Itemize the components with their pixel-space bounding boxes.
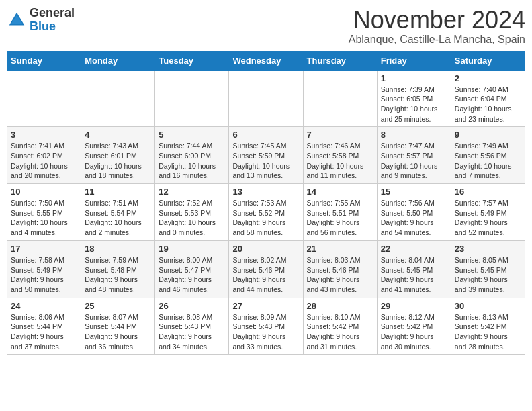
calendar-cell: 16Sunrise: 7:57 AM Sunset: 5:49 PM Dayli… [451, 184, 525, 241]
calendar-table: SundayMondayTuesdayWednesdayThursdayFrid… [7, 51, 525, 355]
calendar-cell: 10Sunrise: 7:50 AM Sunset: 5:55 PM Dayli… [7, 184, 81, 241]
calendar-cell: 5Sunrise: 7:44 AM Sunset: 6:00 PM Daylig… [155, 127, 229, 184]
calendar-cell: 2Sunrise: 7:40 AM Sunset: 6:04 PM Daylig… [451, 70, 525, 127]
calendar-cell: 13Sunrise: 7:53 AM Sunset: 5:52 PM Dayli… [229, 184, 303, 241]
day-info: Sunrise: 7:58 AM Sunset: 5:49 PM Dayligh… [11, 255, 77, 295]
day-info: Sunrise: 7:49 AM Sunset: 5:56 PM Dayligh… [455, 141, 521, 181]
day-number: 11 [85, 187, 151, 197]
day-number: 9 [455, 130, 521, 140]
calendar-cell [229, 70, 303, 127]
calendar-cell [303, 70, 377, 127]
day-info: Sunrise: 8:13 AM Sunset: 5:42 PM Dayligh… [455, 312, 521, 352]
day-info: Sunrise: 7:43 AM Sunset: 6:01 PM Dayligh… [85, 141, 151, 181]
calendar-cell: 4Sunrise: 7:43 AM Sunset: 6:01 PM Daylig… [81, 127, 155, 184]
logo-general: General [30, 6, 75, 19]
weekday-header: Tuesday [155, 51, 229, 70]
calendar-week-row: 17Sunrise: 7:58 AM Sunset: 5:49 PM Dayli… [7, 240, 525, 298]
calendar-cell: 21Sunrise: 8:03 AM Sunset: 5:46 PM Dayli… [303, 240, 377, 298]
calendar-cell: 3Sunrise: 7:41 AM Sunset: 6:02 PM Daylig… [7, 127, 81, 184]
day-number: 6 [232, 130, 299, 140]
logo-icon [7, 10, 27, 30]
month-title: November 2024 [349, 7, 525, 34]
weekday-header: Thursday [303, 51, 377, 70]
day-number: 22 [381, 244, 447, 254]
day-info: Sunrise: 7:41 AM Sunset: 6:02 PM Dayligh… [11, 141, 77, 181]
weekday-header: Sunday [7, 51, 81, 70]
day-info: Sunrise: 7:45 AM Sunset: 5:59 PM Dayligh… [232, 141, 299, 181]
day-info: Sunrise: 8:06 AM Sunset: 5:44 PM Dayligh… [11, 312, 77, 352]
calendar-cell: 29Sunrise: 8:12 AM Sunset: 5:42 PM Dayli… [377, 298, 451, 355]
calendar-cell: 24Sunrise: 8:06 AM Sunset: 5:44 PM Dayli… [7, 298, 81, 355]
calendar-cell: 12Sunrise: 7:52 AM Sunset: 5:53 PM Dayli… [155, 184, 229, 241]
calendar-cell: 22Sunrise: 8:04 AM Sunset: 5:45 PM Dayli… [377, 240, 451, 298]
calendar-cell: 26Sunrise: 8:08 AM Sunset: 5:43 PM Dayli… [155, 298, 229, 355]
day-info: Sunrise: 8:05 AM Sunset: 5:45 PM Dayligh… [455, 255, 521, 295]
day-number: 7 [307, 130, 373, 140]
page-header: General Blue November 2024 Ablanque, Cas… [7, 7, 525, 46]
calendar-cell: 30Sunrise: 8:13 AM Sunset: 5:42 PM Dayli… [451, 298, 525, 355]
weekday-header: Friday [377, 51, 451, 70]
day-number: 20 [232, 244, 299, 254]
day-number: 21 [307, 244, 373, 254]
calendar-week-row: 10Sunrise: 7:50 AM Sunset: 5:55 PM Dayli… [7, 184, 525, 241]
day-info: Sunrise: 8:00 AM Sunset: 5:47 PM Dayligh… [159, 255, 225, 295]
day-number: 2 [455, 73, 521, 83]
calendar-cell: 9Sunrise: 7:49 AM Sunset: 5:56 PM Daylig… [451, 127, 525, 184]
calendar-week-row: 24Sunrise: 8:06 AM Sunset: 5:44 PM Dayli… [7, 298, 525, 355]
day-number: 5 [159, 130, 225, 140]
day-number: 12 [159, 187, 225, 197]
day-info: Sunrise: 8:08 AM Sunset: 5:43 PM Dayligh… [159, 312, 225, 352]
day-info: Sunrise: 7:57 AM Sunset: 5:49 PM Dayligh… [455, 198, 521, 238]
day-number: 10 [11, 187, 77, 197]
day-number: 28 [307, 301, 373, 311]
calendar-cell: 7Sunrise: 7:46 AM Sunset: 5:58 PM Daylig… [303, 127, 377, 184]
day-number: 1 [381, 73, 447, 83]
day-number: 18 [85, 244, 151, 254]
day-info: Sunrise: 7:46 AM Sunset: 5:58 PM Dayligh… [307, 141, 373, 181]
day-number: 19 [159, 244, 225, 254]
calendar-week-row: 1Sunrise: 7:39 AM Sunset: 6:05 PM Daylig… [7, 70, 525, 127]
calendar-cell: 11Sunrise: 7:51 AM Sunset: 5:54 PM Dayli… [81, 184, 155, 241]
day-number: 15 [381, 187, 447, 197]
day-info: Sunrise: 8:12 AM Sunset: 5:42 PM Dayligh… [381, 312, 447, 352]
calendar-cell: 20Sunrise: 8:02 AM Sunset: 5:46 PM Dayli… [229, 240, 303, 298]
title-block: November 2024 Ablanque, Castille-La Manc… [349, 7, 525, 46]
day-info: Sunrise: 7:40 AM Sunset: 6:04 PM Dayligh… [455, 85, 521, 124]
calendar-cell: 14Sunrise: 7:55 AM Sunset: 5:51 PM Dayli… [303, 184, 377, 241]
day-info: Sunrise: 7:39 AM Sunset: 6:05 PM Dayligh… [381, 85, 447, 124]
calendar-cell: 23Sunrise: 8:05 AM Sunset: 5:45 PM Dayli… [451, 240, 525, 298]
day-info: Sunrise: 7:50 AM Sunset: 5:55 PM Dayligh… [11, 198, 77, 238]
calendar-cell: 18Sunrise: 7:59 AM Sunset: 5:48 PM Dayli… [81, 240, 155, 298]
day-info: Sunrise: 8:02 AM Sunset: 5:46 PM Dayligh… [232, 255, 299, 295]
day-number: 16 [455, 187, 521, 197]
day-info: Sunrise: 7:53 AM Sunset: 5:52 PM Dayligh… [232, 198, 299, 238]
day-info: Sunrise: 7:56 AM Sunset: 5:50 PM Dayligh… [381, 198, 447, 238]
logo-blue: Blue [30, 19, 56, 33]
day-info: Sunrise: 7:47 AM Sunset: 5:57 PM Dayligh… [381, 141, 447, 181]
day-number: 26 [159, 301, 225, 311]
logo: General Blue [7, 7, 75, 34]
calendar-cell: 6Sunrise: 7:45 AM Sunset: 5:59 PM Daylig… [229, 127, 303, 184]
calendar-cell [81, 70, 155, 127]
calendar-cell: 8Sunrise: 7:47 AM Sunset: 5:57 PM Daylig… [377, 127, 451, 184]
calendar-cell: 28Sunrise: 8:10 AM Sunset: 5:42 PM Dayli… [303, 298, 377, 355]
calendar-week-row: 3Sunrise: 7:41 AM Sunset: 6:02 PM Daylig… [7, 127, 525, 184]
calendar-cell [155, 70, 229, 127]
day-info: Sunrise: 7:52 AM Sunset: 5:53 PM Dayligh… [159, 198, 225, 238]
day-number: 25 [85, 301, 151, 311]
day-number: 27 [232, 301, 299, 311]
weekday-header: Monday [81, 51, 155, 70]
day-info: Sunrise: 7:51 AM Sunset: 5:54 PM Dayligh… [85, 198, 151, 238]
day-info: Sunrise: 7:44 AM Sunset: 6:00 PM Dayligh… [159, 141, 225, 181]
day-info: Sunrise: 7:55 AM Sunset: 5:51 PM Dayligh… [307, 198, 373, 238]
day-number: 4 [85, 130, 151, 140]
day-number: 29 [381, 301, 447, 311]
day-info: Sunrise: 8:03 AM Sunset: 5:46 PM Dayligh… [307, 255, 373, 295]
location-title: Ablanque, Castille-La Mancha, Spain [349, 34, 525, 46]
calendar-header-row: SundayMondayTuesdayWednesdayThursdayFrid… [7, 51, 525, 70]
day-number: 24 [11, 301, 77, 311]
weekday-header: Saturday [451, 51, 525, 70]
calendar-cell: 25Sunrise: 8:07 AM Sunset: 5:44 PM Dayli… [81, 298, 155, 355]
day-number: 14 [307, 187, 373, 197]
day-number: 23 [455, 244, 521, 254]
